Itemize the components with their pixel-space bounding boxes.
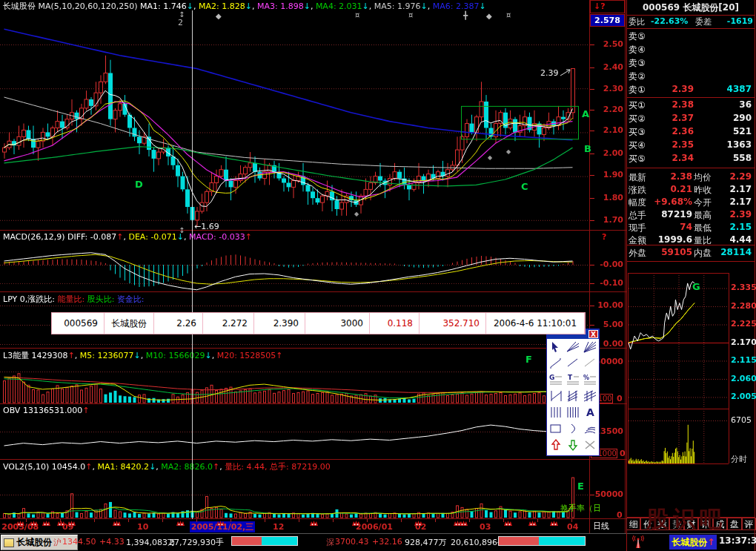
buy-row[interactable]: 买④2.351363 bbox=[627, 139, 755, 153]
question-icon[interactable]: ? bbox=[602, 232, 606, 242]
date-tick bbox=[196, 519, 197, 522]
event-marker-icon[interactable] bbox=[57, 519, 65, 527]
date-tick bbox=[162, 519, 163, 522]
date-tick bbox=[265, 519, 265, 522]
sell-row[interactable]: 卖④ bbox=[627, 44, 755, 57]
tool-ray-fan-icon[interactable] bbox=[564, 339, 581, 355]
obv-zero: 0 bbox=[620, 449, 626, 458]
event-marker-icon[interactable] bbox=[113, 519, 121, 527]
label-part: 股头比: bbox=[87, 294, 117, 304]
event-marker-icon[interactable] bbox=[310, 519, 318, 527]
tool-tri-lines-icon[interactable] bbox=[582, 388, 599, 404]
weibi-label: 委比 bbox=[629, 16, 645, 27]
date-label: 10 bbox=[137, 522, 148, 532]
tool-segment2-icon[interactable] bbox=[564, 355, 581, 372]
event-marker-icon[interactable] bbox=[176, 519, 185, 527]
intraday-price-label: 2.060 bbox=[731, 374, 755, 383]
buy-row[interactable]: 买①2.3836 bbox=[627, 99, 755, 113]
sell-label: 卖② bbox=[629, 70, 646, 83]
tool-delete-icon[interactable] bbox=[582, 437, 599, 453]
close-icon[interactable]: X bbox=[588, 330, 598, 338]
event-marker-icon[interactable] bbox=[414, 519, 422, 527]
tool-gann-fan-icon[interactable] bbox=[582, 339, 599, 355]
tool-golden-section-icon[interactable]: G bbox=[547, 372, 564, 388]
tool-arrow-up-icon[interactable] bbox=[547, 437, 564, 453]
date-tick bbox=[367, 519, 368, 522]
buy-volume: 558 bbox=[701, 153, 752, 163]
buy-label: 买③ bbox=[629, 126, 646, 139]
event-marker-icon[interactable] bbox=[460, 519, 468, 527]
sell-row[interactable]: 卖③ bbox=[627, 57, 755, 70]
tool-channel-icon[interactable] bbox=[547, 388, 564, 404]
date-label: 12 bbox=[273, 522, 284, 532]
l3-label-row: L3能量 1429308↑, M5: 1236077↓, M10: 156602… bbox=[3, 350, 283, 361]
tool-arrow-down-icon[interactable] bbox=[564, 437, 581, 453]
tab-盘[interactable]: 盘 bbox=[727, 518, 741, 530]
sell-label: 卖③ bbox=[629, 57, 646, 70]
stat-label: 内盘 bbox=[694, 247, 712, 260]
intraday-mode-label[interactable]: 分时 bbox=[731, 454, 755, 465]
main-chart-canvas[interactable] bbox=[0, 10, 589, 230]
scale-tick bbox=[590, 44, 594, 45]
tool-text-icon[interactable]: A bbox=[582, 404, 599, 420]
tool-vlines4-icon[interactable] bbox=[547, 404, 564, 420]
svg-text:%: % bbox=[583, 375, 589, 381]
buy-price: 2.34 bbox=[657, 153, 694, 163]
tool-fan-arc-icon[interactable] bbox=[582, 420, 599, 437]
drawing-toolbar-panel[interactable]: X GT%A bbox=[546, 329, 600, 456]
stat-label: 最新 bbox=[629, 171, 646, 184]
date-tick bbox=[333, 519, 334, 522]
tool-arc-icon[interactable] bbox=[564, 420, 581, 437]
buy-row[interactable]: 买③2.36521 bbox=[627, 126, 755, 139]
stat-value: 4.44 bbox=[713, 234, 752, 245]
info-cell: 000569 bbox=[52, 313, 105, 334]
tool-rectangle-icon[interactable] bbox=[547, 420, 564, 437]
date-tick bbox=[128, 519, 129, 522]
buy-label: 买④ bbox=[629, 139, 646, 152]
annotation-letter-G: G bbox=[692, 281, 700, 292]
event-marker-icon[interactable] bbox=[16, 519, 24, 527]
chart-symbol-icon: ¤ bbox=[355, 11, 359, 19]
buy-label: 买⑤ bbox=[629, 153, 646, 165]
quote-info-table[interactable]: 000569长城股份2.262.2722.39030000.118352.710… bbox=[51, 312, 586, 334]
tool-vlines5-icon[interactable] bbox=[564, 404, 581, 420]
sell-row[interactable]: 卖② bbox=[627, 70, 755, 84]
date-label: 03 bbox=[480, 522, 491, 532]
stat-value: 87219 bbox=[648, 209, 692, 220]
event-marker-icon[interactable] bbox=[216, 519, 225, 527]
event-marker-icon[interactable] bbox=[550, 519, 558, 527]
sell-row[interactable]: 卖①2.394387 bbox=[627, 84, 755, 97]
tool-cursor-icon[interactable] bbox=[547, 339, 564, 355]
event-marker-icon[interactable] bbox=[352, 519, 360, 527]
stat-label: 幅度 bbox=[629, 197, 646, 209]
scale-tick bbox=[590, 110, 594, 110]
tab-评[interactable]: 评 bbox=[742, 518, 756, 530]
label-part: ↓ bbox=[205, 351, 211, 360]
tool-segment-icon[interactable] bbox=[547, 355, 564, 372]
period-label[interactable]: 日线 bbox=[593, 521, 609, 532]
label-part: ↑ bbox=[213, 462, 219, 472]
svg-text:G: G bbox=[549, 374, 554, 381]
buy-row[interactable]: 买⑤2.34558 bbox=[627, 153, 755, 166]
separator bbox=[0, 230, 626, 231]
sh-up-bar bbox=[231, 536, 262, 546]
info-cell: 2.272 bbox=[203, 313, 254, 334]
scale-tick bbox=[590, 265, 594, 265]
chart-symbol-icon: ¤ bbox=[506, 11, 511, 19]
label-part: MA2: 1.828 bbox=[199, 1, 245, 11]
tool-segment-gray-icon[interactable] bbox=[582, 355, 599, 372]
event-marker-icon[interactable] bbox=[528, 519, 537, 527]
sell-row[interactable]: 卖⑤ bbox=[627, 30, 755, 44]
tool-time-lines-icon[interactable]: T bbox=[564, 372, 581, 388]
event-marker-icon[interactable] bbox=[42, 519, 50, 527]
tool-percent-lines-icon[interactable]: % bbox=[582, 372, 599, 388]
event-marker-icon[interactable] bbox=[67, 519, 76, 527]
stock-title: 000569 长城股份[20] bbox=[627, 1, 755, 14]
buy-row[interactable]: 买②2.37290 bbox=[627, 113, 755, 126]
event-marker-icon[interactable] bbox=[504, 519, 512, 527]
tab-细[interactable]: 细 bbox=[626, 518, 640, 530]
event-marker-icon[interactable] bbox=[30, 519, 38, 527]
tool-parallel-lines-icon[interactable] bbox=[564, 388, 581, 404]
sz-label: 深 bbox=[326, 537, 334, 548]
current-stock-tab[interactable]: 长城股份↑ bbox=[669, 535, 717, 550]
